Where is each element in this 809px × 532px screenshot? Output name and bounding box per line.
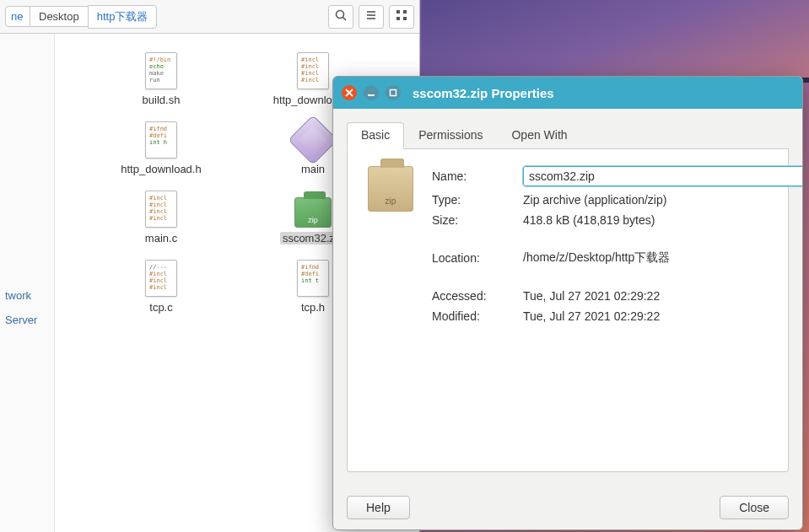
value-location: /home/z/Desktop/http下载器 bbox=[523, 250, 803, 266]
tab-openwith[interactable]: Open With bbox=[497, 122, 581, 149]
file-label: tcp.c bbox=[149, 301, 172, 314]
svg-point-0 bbox=[337, 11, 344, 19]
dialog-title: sscom32.zip Properties bbox=[413, 86, 554, 100]
file-label: main bbox=[301, 163, 325, 175]
value-modified: Tue, Jul 27 2021 02:29:22 bbox=[523, 309, 803, 323]
value-size: 418.8 kB (418,819 bytes) bbox=[523, 213, 803, 227]
search-icon bbox=[334, 8, 348, 24]
breadcrumb-home[interactable]: ne bbox=[5, 6, 30, 27]
sidebar: twork Server bbox=[0, 34, 55, 532]
archive-icon bbox=[368, 166, 413, 212]
file-manager-toolbar: ne Desktop http下载器 bbox=[0, 0, 419, 34]
file-label: main.c bbox=[145, 232, 177, 245]
svg-line-1 bbox=[343, 18, 347, 21]
file-label: build.sh bbox=[143, 94, 181, 106]
name-input[interactable] bbox=[523, 166, 803, 186]
view-grid-button[interactable] bbox=[389, 5, 414, 29]
file-label: tcp.h bbox=[301, 301, 325, 314]
breadcrumb-desktop[interactable]: Desktop bbox=[30, 6, 89, 27]
svg-rect-7 bbox=[396, 17, 400, 20]
svg-rect-8 bbox=[403, 17, 407, 20]
tab-basic[interactable]: Basic bbox=[347, 122, 404, 149]
minimize-icon bbox=[367, 86, 375, 99]
dialog-footer: Help Close bbox=[333, 486, 802, 529]
svg-rect-5 bbox=[396, 10, 400, 13]
file-item[interactable]: #ifnd#defiint h http_download.h bbox=[94, 118, 229, 177]
source-file-icon: #incl#incl#incl#incl bbox=[141, 189, 181, 229]
label-size: Size: bbox=[432, 213, 508, 227]
label-type: Type: bbox=[432, 193, 508, 207]
breadcrumb-current[interactable]: http下载器 bbox=[88, 5, 158, 29]
tab-permissions[interactable]: Permissions bbox=[404, 122, 497, 149]
hamburger-icon bbox=[364, 8, 378, 24]
help-button[interactable]: Help bbox=[347, 496, 410, 519]
executable-icon bbox=[293, 120, 333, 160]
header-file-icon: #ifnd#defiint h bbox=[141, 120, 181, 160]
desktop-background bbox=[422, 0, 809, 83]
search-button[interactable] bbox=[328, 5, 353, 29]
file-item[interactable]: #!/binechomakerun build.sh bbox=[94, 49, 229, 108]
tab-content-basic: Name: Type: Zip archive (application/zip… bbox=[347, 149, 789, 472]
tab-row: Basic Permissions Open With bbox=[347, 122, 789, 149]
sidebar-item-network[interactable]: twork bbox=[0, 287, 54, 304]
grid-icon bbox=[395, 8, 408, 24]
label-accessed: Accessed: bbox=[432, 289, 508, 303]
label-name: Name: bbox=[432, 169, 508, 183]
svg-rect-6 bbox=[403, 10, 407, 13]
file-item[interactable]: //---#incl#incl#incl tcp.c bbox=[94, 256, 229, 315]
window-maximize-button[interactable] bbox=[386, 85, 401, 100]
archive-icon bbox=[293, 189, 333, 229]
file-label: http_download.h bbox=[121, 163, 201, 175]
value-accessed: Tue, Jul 27 2021 02:29:22 bbox=[523, 289, 803, 303]
maximize-icon bbox=[389, 86, 397, 99]
close-icon bbox=[345, 86, 353, 99]
header-file-icon: #ifnd#defiint t bbox=[293, 258, 333, 298]
breadcrumb: ne Desktop http下载器 bbox=[5, 5, 157, 29]
file-item[interactable]: #incl#incl#incl#incl main.c bbox=[94, 187, 229, 246]
label-location: Location: bbox=[432, 251, 508, 265]
svg-rect-12 bbox=[391, 90, 396, 96]
window-minimize-button[interactable] bbox=[364, 85, 379, 100]
script-file-icon: #!/binechomakerun bbox=[141, 51, 181, 91]
window-close-button[interactable] bbox=[342, 85, 357, 100]
dialog-titlebar[interactable]: sscom32.zip Properties bbox=[333, 77, 802, 109]
source-file-icon: #incl#incl#incl#incl bbox=[293, 51, 333, 91]
label-modified: Modified: bbox=[432, 309, 508, 323]
source-file-icon: //---#incl#incl#incl bbox=[141, 258, 181, 298]
menu-button[interactable] bbox=[359, 5, 384, 29]
close-button[interactable]: Close bbox=[720, 496, 789, 519]
properties-dialog: sscom32.zip Properties Basic Permissions… bbox=[332, 76, 803, 530]
value-type: Zip archive (application/zip) bbox=[523, 193, 803, 207]
sidebar-item-server[interactable]: Server bbox=[0, 311, 54, 329]
